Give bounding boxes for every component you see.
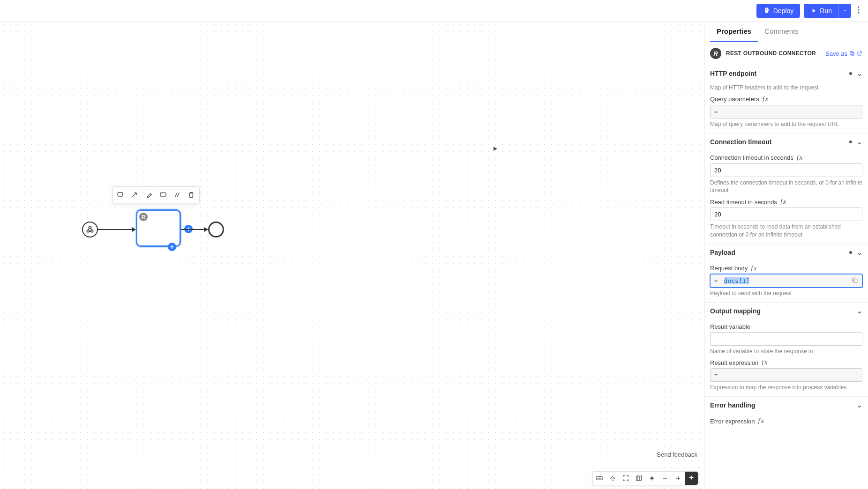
- request-body-label: Request body ƒx: [710, 265, 862, 272]
- keyboard-shortcuts-button[interactable]: [593, 472, 606, 485]
- deploy-button[interactable]: Deploy: [756, 4, 801, 18]
- section-indicator-dot: [849, 141, 852, 143]
- fx-icon: ƒx: [761, 359, 767, 366]
- svg-rect-11: [854, 279, 857, 282]
- zoom-out-button[interactable]: [658, 472, 672, 485]
- external-link-icon: [857, 51, 862, 56]
- play-icon: [810, 7, 817, 14]
- chevron-down-icon: ⌄: [857, 307, 862, 315]
- run-button[interactable]: Run: [804, 4, 838, 18]
- section-indicator-dot: [849, 72, 852, 75]
- send-feedback-link[interactable]: Send feedback: [657, 451, 697, 458]
- rest-badge-icon: R: [139, 213, 148, 221]
- link-tool[interactable]: [171, 189, 183, 201]
- run-label: Run: [820, 7, 832, 15]
- result-expression-input[interactable]: =: [710, 368, 862, 382]
- read-timeout-helper: Timeout in seconds to read data from an …: [710, 223, 862, 239]
- chevron-down-icon: [843, 8, 847, 13]
- connector-title: REST OUTBOUND CONNECTOR: [726, 50, 821, 57]
- template-icon: [849, 51, 855, 56]
- svg-point-2: [858, 12, 860, 14]
- connection-timeout-label: Connection timeout in seconds ƒx: [710, 154, 862, 162]
- query-params-input[interactable]: =: [710, 105, 862, 119]
- rocket-icon: [763, 7, 771, 15]
- svg-point-1: [858, 9, 860, 11]
- read-timeout-label: Read timeout in seconds ƒx: [710, 198, 862, 206]
- result-variable-helper: Name of variable to store the response i…: [710, 348, 862, 356]
- fx-icon: ƒx: [757, 417, 763, 425]
- connection-timeout-helper: Defines the connection timeout in second…: [710, 179, 862, 195]
- more-menu-button[interactable]: [855, 3, 862, 18]
- chevron-down-icon: ⌄: [857, 401, 862, 409]
- tab-properties[interactable]: Properties: [710, 22, 758, 42]
- save-as-link[interactable]: Save as: [825, 50, 862, 57]
- query-params-label: Query parameters ƒx: [710, 96, 862, 103]
- kebab-icon: [858, 6, 860, 14]
- section-error-handling[interactable]: Error handling ⌄: [704, 396, 868, 414]
- result-variable-input[interactable]: [710, 332, 862, 346]
- start-event-node[interactable]: [82, 222, 98, 237]
- append-node-bottom[interactable]: +: [168, 243, 176, 251]
- section-http-endpoint[interactable]: HTTP endpoint ⌄: [704, 65, 868, 82]
- webhook-icon: [85, 225, 95, 234]
- diagram-canvas[interactable]: ➤ R + + Send feedback: [0, 22, 704, 489]
- request-body-input[interactable]: = docs[1]: [710, 274, 862, 288]
- ai-assist-button[interactable]: [685, 472, 698, 485]
- fx-icon: ƒx: [780, 198, 786, 206]
- tab-comments[interactable]: Comments: [758, 22, 805, 42]
- chevron-down-icon: ⌄: [857, 70, 862, 77]
- fx-icon: ƒx: [762, 96, 768, 103]
- panel-tabs: Properties Comments: [704, 22, 868, 42]
- sequence-flow-1[interactable]: [98, 229, 135, 230]
- request-body-helper: Payload to send with the request: [710, 289, 862, 297]
- error-handling-title: Error handling: [710, 401, 755, 409]
- rest-connector-icon: R: [710, 48, 721, 59]
- headers-helper-text: Map of HTTP headers to add to the reques…: [710, 84, 862, 92]
- section-output-mapping[interactable]: Output mapping ⌄: [704, 302, 868, 319]
- panel-header: R REST OUTBOUND CONNECTOR Save as: [704, 42, 868, 65]
- top-toolbar: Deploy Run: [0, 0, 868, 22]
- zoom-in-button[interactable]: [672, 472, 685, 485]
- svg-rect-3: [118, 193, 123, 196]
- output-mapping-title: Output mapping: [710, 307, 761, 315]
- section-payload[interactable]: Payload ⌄: [704, 244, 868, 261]
- end-event-node[interactable]: [208, 222, 224, 237]
- read-timeout-input[interactable]: [710, 207, 862, 221]
- connection-timeout-title: Connection timeout: [710, 138, 771, 146]
- fullscreen-button[interactable]: [619, 472, 632, 485]
- cursor-icon: ➤: [492, 145, 498, 152]
- connect-tool[interactable]: [129, 189, 141, 201]
- details-vertical-tab[interactable]: Details: [704, 176, 705, 199]
- delete-tool[interactable]: [185, 189, 197, 201]
- rest-connector-task-node[interactable]: R: [136, 209, 181, 247]
- result-expression-helper: Expression to map the response into proc…: [710, 384, 862, 392]
- canvas-controls: [592, 471, 698, 485]
- sequence-flow-2[interactable]: [181, 229, 208, 230]
- section-indicator-dot: [849, 251, 852, 254]
- result-expression-label: Result expression ƒx: [710, 359, 862, 366]
- result-variable-label: Result variable: [710, 323, 862, 330]
- change-type-tool[interactable]: [115, 189, 127, 201]
- error-expression-label: Error expression ƒx: [710, 417, 862, 425]
- reset-viewport-button[interactable]: [645, 472, 658, 485]
- color-tool[interactable]: [143, 189, 155, 201]
- svg-rect-10: [850, 52, 853, 54]
- run-button-group: Run: [804, 4, 851, 18]
- feedback-button[interactable]: [606, 472, 619, 485]
- deploy-label: Deploy: [773, 7, 794, 15]
- request-body-value: docs[1]: [724, 277, 750, 284]
- chevron-down-icon: ⌄: [857, 249, 862, 256]
- run-dropdown-button[interactable]: [838, 4, 851, 18]
- expand-editor-icon[interactable]: [848, 275, 862, 287]
- payload-title: Payload: [710, 249, 735, 256]
- section-connection-timeout[interactable]: Connection timeout ⌄: [704, 133, 868, 150]
- http-endpoint-title: HTTP endpoint: [710, 70, 756, 77]
- fx-icon: ƒx: [796, 154, 802, 162]
- chevron-down-icon: ⌄: [857, 138, 862, 146]
- node-context-toolbar: [112, 186, 200, 203]
- annotation-tool[interactable]: [157, 189, 169, 201]
- connection-timeout-input[interactable]: [710, 163, 862, 177]
- svg-point-0: [858, 7, 860, 8]
- query-params-helper: Map of query parameters to add to the re…: [710, 120, 862, 128]
- minimap-button[interactable]: [632, 472, 645, 485]
